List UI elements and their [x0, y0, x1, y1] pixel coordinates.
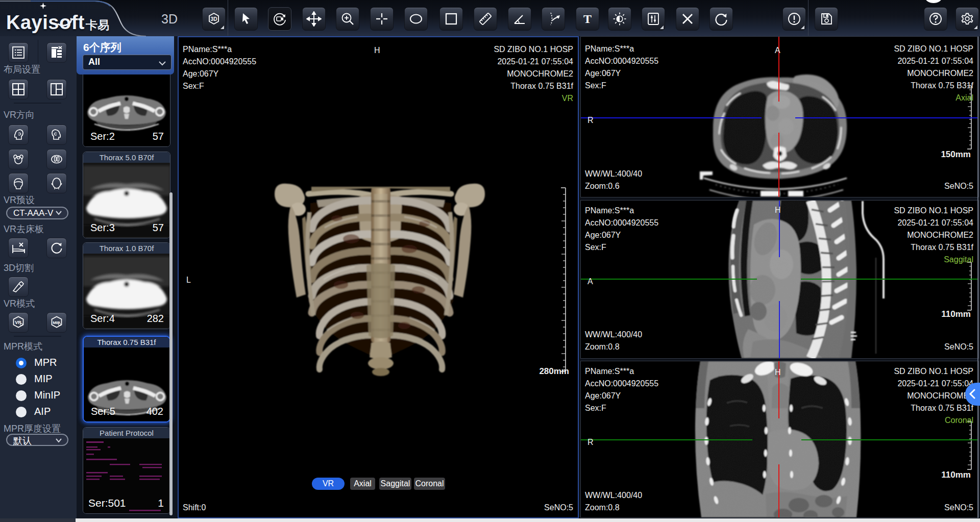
svg-text:VR: VR — [15, 320, 21, 325]
svg-text:MIP: MIP — [53, 320, 60, 325]
svg-text:3D: 3D — [211, 16, 217, 22]
svg-text:T: T — [583, 12, 592, 26]
